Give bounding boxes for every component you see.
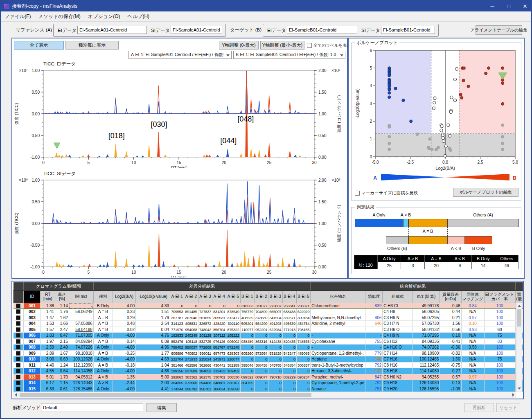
svg-text:RT [min]: RT [min] [171, 275, 187, 277]
row-checkbox[interactable] [16, 333, 20, 338]
svg-text:-0.50: -0.50 [30, 243, 40, 248]
row-checkbox[interactable] [16, 345, 20, 349]
svg-text:2.00: 2.00 [318, 178, 327, 182]
method-edit-button[interactable]: 編集 [147, 403, 177, 412]
method-input[interactable] [41, 403, 143, 412]
svg-text:25: 25 [267, 160, 272, 165]
svg-text:2: 2 [370, 119, 372, 124]
svg-text:0: 0 [370, 155, 372, 159]
svg-text:5.0: 5.0 [512, 160, 518, 164]
y-axis-minmax-button[interactable]: Y軸調整 (最小-最大) [260, 41, 304, 50]
row-checkbox[interactable] [16, 381, 20, 385]
table-row[interactable]: 0114.401.24112.12390A = B-0.181.04381466… [14, 362, 523, 368]
menu-item-2[interactable]: オプション(O) [84, 13, 124, 20]
series-b-dropdown[interactable]: B-EI-1: EI-SampleB01-Centroid / EI+(eiFi… [233, 51, 345, 59]
table-row[interactable]: 0092.891.6798.10818A = B-0.251.776068967… [14, 350, 523, 356]
svg-text:1.00: 1.00 [318, 112, 327, 116]
y-axis-0max-button[interactable]: Y軸調整 (0-最大) [219, 41, 259, 50]
row-checkbox[interactable] [16, 309, 20, 314]
svg-text:TICC: EIデータ: TICC: EIデータ [43, 61, 76, 66]
target-si-input[interactable] [381, 26, 435, 34]
table-row[interactable]: 0051.572.4758.04188A = B0.020.0477197095… [14, 327, 523, 333]
row-checkbox[interactable] [16, 357, 20, 361]
menu-item-0[interactable]: ファイル(F) [1, 13, 34, 20]
svg-text:×10⁶: ×10⁶ [331, 178, 340, 182]
svg-text:1.00: 1.00 [318, 221, 327, 226]
horizontal-scroll-thumb[interactable] [20, 393, 311, 397]
svg-text:0.50: 0.50 [32, 200, 40, 204]
table-row[interactable]: 0156.330.61128.15486A Only-4.004.4117424… [14, 386, 523, 392]
target-ei-input[interactable] [287, 26, 357, 34]
vertical-scrollbar[interactable] [516, 303, 522, 392]
svg-text:30: 30 [312, 160, 317, 165]
volcano-edit-button[interactable]: ボルケーノプロットの編集 [453, 188, 518, 197]
minimize-button[interactable]: ─ [489, 3, 495, 9]
row-checkbox[interactable] [16, 363, 20, 367]
judgment-label-a-eq-b: A = B [423, 229, 433, 234]
row-checkbox[interactable] [16, 369, 20, 373]
judgment-label-a-gt-b: A > B [401, 212, 411, 217]
reset-button[interactable]: リセット [496, 403, 520, 412]
alignment-table-edit-button[interactable]: アライメントテーブルの編集 [476, 25, 522, 35]
scroll-right-icon[interactable] [512, 393, 514, 396]
svg-text:-Log10(p-value): -Log10(p-value) [355, 88, 360, 119]
row-checkbox[interactable] [16, 351, 20, 356]
scroll-down-icon[interactable] [518, 387, 521, 390]
show-all-button[interactable]: 全て表示 [14, 41, 64, 50]
horizontal-scrollbar[interactable] [13, 392, 516, 398]
table-row[interactable]: 0011.381.14-B Only4.004.3300000318553311… [14, 303, 523, 309]
reanalyze-button[interactable]: 再解析 [464, 403, 494, 412]
volcano-plot[interactable]: 0123456-5.0-2.50.02.55.0Log2(B/A)-Log10(… [352, 46, 521, 185]
table-row[interactable]: 0021.411.7656.06249A = B-0.231.517095538… [14, 309, 523, 315]
ei-chromatogram[interactable]: TICC: EIデータ×10⁷×10⁷1.000.500.00-0.50-1.0… [13, 60, 346, 168]
maximize-button[interactable]: □ [506, 3, 512, 9]
row-checkbox[interactable] [16, 315, 20, 320]
series-a-dropdown[interactable]: A-EI-1: EI-SampleA01-Centroid / EI+(eiFi… [128, 51, 232, 59]
table-row[interactable]: 0103.000.69100.12626A Only-4.004.6922270… [14, 356, 523, 363]
reference-si-label: SIデータ [151, 27, 170, 34]
row-checkbox[interactable] [16, 321, 20, 326]
table-row[interactable]: 0146.171.15126.14043A > B-2.442.00304355… [14, 380, 523, 386]
judgment-bottom-segment [408, 236, 447, 244]
table-row[interactable]: 0071.972.1584.09294A = B-0.140.898524761… [14, 338, 523, 345]
menu-item-1[interactable]: メソッドの保存(M) [34, 13, 84, 20]
row-checkbox[interactable] [16, 339, 20, 344]
svg-text:B: B [513, 175, 516, 181]
reference-group: EIデータ SIデータ [53, 24, 226, 37]
close-button[interactable]: ✕ [522, 3, 528, 9]
show-all-labels-checkbox[interactable] [307, 43, 312, 48]
row-checkbox[interactable] [16, 304, 20, 308]
svg-text:3: 3 [370, 101, 372, 106]
svg-text:強度 (TICC): 強度 (TICC) [14, 103, 19, 125]
menu-item-3[interactable]: ヘルプ(H) [124, 13, 153, 20]
result-table[interactable]: クロマトグラム/IM情報差異分析結果統合解析結果IDRT[min]高さ[%]IM… [13, 282, 523, 392]
svg-text:-0.50: -0.50 [30, 133, 40, 138]
si-chromatogram[interactable]: TICC: SIデータ×10⁶×10⁶1.000.500.00-0.50-1.0… [13, 169, 346, 277]
title-bar: 接着剤-copy - msFineAnalysis ─ □ ✕ [1, 1, 531, 11]
table-row[interactable]: 0135.011.7094.05312A < B1.355.0029286338… [14, 374, 523, 380]
reference-si-input[interactable] [171, 26, 222, 34]
app-icon [4, 4, 9, 9]
table-row[interactable]: 0061.830.4771.07305A Only-4.004.76192833… [14, 333, 523, 339]
svg-text:-2.5: -2.5 [407, 160, 414, 164]
reference-ei-input[interactable] [77, 26, 147, 34]
volcano-group-label: ボルケーノプロット [355, 40, 399, 46]
scroll-left-icon[interactable] [15, 393, 17, 396]
table-row[interactable]: 0124.550.64114.14058A Only-4.004.8619915… [14, 368, 523, 374]
target-ei-label: EIデータ [267, 27, 286, 34]
scroll-up-icon[interactable] [518, 305, 521, 307]
table-row[interactable]: 0082.592.4974.07226A Only-4.004.96799402… [14, 345, 523, 351]
row-checkbox[interactable] [16, 387, 20, 391]
show-by-type-button[interactable]: 種別毎に表示 [65, 41, 119, 50]
row-checkbox[interactable] [16, 327, 20, 332]
table-row[interactable]: 0031.471.62-A = B0.291.79267787307040261… [14, 315, 523, 321]
judgment-label-b-only: B Only [472, 246, 485, 251]
table-row[interactable]: 0041.531.6657.05886A = B0.482.5431412340… [14, 321, 523, 327]
svg-text:15: 15 [176, 270, 181, 275]
svg-text:0.50: 0.50 [318, 133, 327, 138]
vertical-scroll-thumb[interactable] [517, 309, 521, 327]
svg-text:5: 5 [370, 66, 372, 70]
row-checkbox[interactable] [16, 375, 20, 379]
marker-size-checkbox[interactable] [355, 191, 360, 196]
svg-text:20: 20 [222, 160, 227, 165]
